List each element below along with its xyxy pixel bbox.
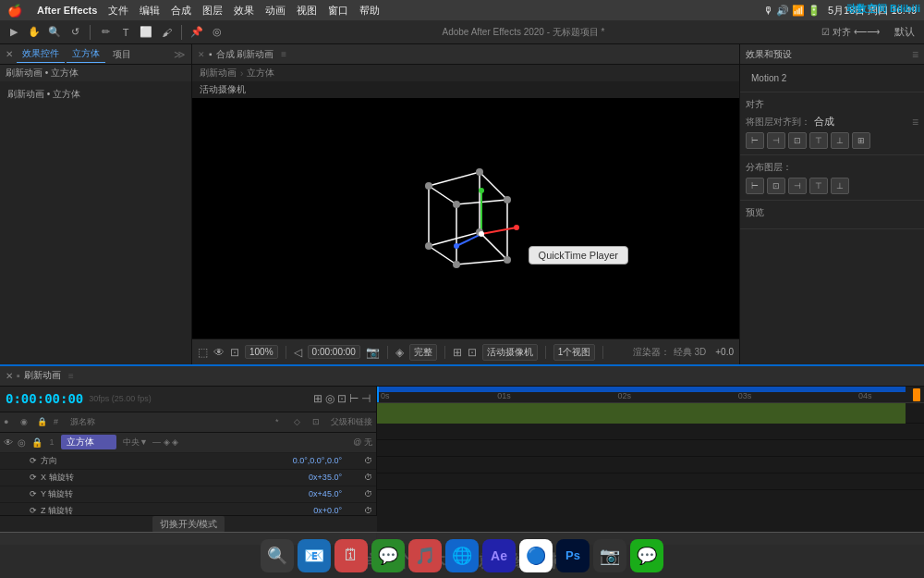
prop-stopwatch-yrot[interactable]: ⏱ — [364, 489, 372, 498]
align-right-btn[interactable]: ⊡ — [788, 132, 807, 149]
offset-control[interactable]: +0.0 — [715, 347, 734, 357]
viewer-ctrl-icon2[interactable]: 👁 — [213, 346, 225, 359]
dock-icon-ps[interactable]: Ps — [556, 539, 590, 572]
panel-menu-icon[interactable]: ≫ — [174, 48, 186, 61]
dock-icon-music[interactable]: 🎵 — [408, 539, 442, 572]
pen-tool[interactable]: ✏ — [97, 24, 114, 41]
layer-row-1[interactable]: 👁 ◎ 🔒 1 立方体 中央▼ — ◈ ◈ @ 无 — [0, 433, 376, 453]
zoom-control[interactable]: 100% — [245, 345, 278, 359]
timeline-close[interactable]: ✕ — [6, 371, 13, 381]
menu-window[interactable]: 窗口 — [328, 4, 348, 18]
zoom-tool[interactable]: 🔍 — [46, 24, 63, 41]
dock-icon-camera[interactable]: 📷 — [593, 539, 626, 572]
panel-close[interactable]: ✕ — [6, 49, 13, 59]
prop-value-zrot[interactable]: 0x+0.0° — [313, 506, 342, 515]
quality-control[interactable]: 完整 — [409, 344, 437, 361]
shape-tool[interactable]: ⬜ — [138, 24, 154, 41]
menu-effects[interactable]: 效果 — [234, 4, 254, 18]
dock-icon-wechat[interactable]: 💬 — [630, 539, 663, 572]
ctrl-camera-icon[interactable]: 📷 — [366, 346, 380, 359]
layer-solo[interactable]: ◎ — [18, 437, 29, 448]
select-tool[interactable]: ▶ — [6, 24, 22, 41]
prop-stopwatch-direction[interactable]: ⏱ — [364, 456, 372, 465]
align-top-btn[interactable]: ⊤ — [809, 132, 828, 149]
work-range-bar[interactable] — [377, 387, 906, 392]
right-panel-menu[interactable]: ≡ — [912, 48, 918, 61]
work-area-end[interactable] — [913, 388, 920, 401]
camera-select[interactable]: 活动摄像机 — [482, 344, 538, 361]
menu-layer[interactable]: 图层 — [202, 4, 223, 18]
tab-project[interactable]: 项目 — [107, 46, 137, 63]
dock-icon-chrome[interactable]: 🔵 — [519, 539, 553, 572]
dist-btn2[interactable]: ⊡ — [767, 178, 785, 194]
prop-value-yrot[interactable]: 0x+45.0° — [309, 489, 342, 498]
align-to-select[interactable]: 合成 — [814, 115, 908, 129]
tab-effects-controls[interactable]: 效果控件 — [17, 45, 65, 63]
effect-item-refresh[interactable]: 刷新动画 • 立方体 — [0, 85, 191, 104]
prop-value-xrot[interactable]: 0x+35.0° — [309, 473, 342, 482]
viewer-tab[interactable]: ▪ 合成 刷新动画 ≡ — [209, 48, 286, 61]
dist-btn3[interactable]: ⊣ — [788, 178, 807, 194]
align-left-btn[interactable]: ⊢ — [746, 132, 764, 149]
layer-track-bar[interactable] — [377, 403, 906, 424]
menu-view[interactable]: 视图 — [297, 4, 317, 18]
viewer-ctrl-icon1[interactable]: ⬚ — [198, 346, 208, 359]
timeline-menu[interactable]: ≡ — [68, 371, 74, 381]
tl-ctrl1[interactable]: ⊞ — [313, 392, 322, 405]
prop-name-xrot[interactable]: X 轴旋转 — [41, 472, 74, 484]
views-select[interactable]: 1个视图 — [553, 344, 596, 361]
menu-compose[interactable]: 合成 — [171, 4, 191, 18]
tl-ctrl4[interactable]: ⊢ — [349, 392, 359, 405]
dock-icon-mail[interactable]: 📧 — [298, 539, 331, 572]
align-settings-icon[interactable]: ≡ — [912, 116, 918, 129]
dock-icon-messages[interactable]: 💬 — [371, 539, 405, 572]
align-center-h-btn[interactable]: ⊣ — [767, 132, 785, 149]
playhead[interactable] — [377, 387, 379, 402]
tab-cube[interactable]: 立方体 — [67, 45, 105, 63]
align-bottom-btn[interactable]: ⊞ — [852, 132, 870, 149]
prop-stopwatch-xrot[interactable]: ⏱ — [364, 473, 372, 482]
menu-help[interactable]: 帮助 — [359, 4, 380, 18]
roto-tool[interactable]: ◎ — [209, 24, 225, 41]
menu-edit[interactable]: 编辑 — [140, 4, 160, 18]
layer-visibility[interactable]: 👁 — [4, 437, 15, 448]
layer-parent-none[interactable]: @ 无 — [353, 437, 372, 449]
pin-tool[interactable]: 📌 — [188, 24, 205, 41]
switch-mode-button[interactable]: 切换开关/模式 — [152, 516, 225, 533]
rotate-tool[interactable]: ↺ — [67, 24, 83, 41]
ctrl-icon5[interactable]: ◈ — [395, 346, 404, 359]
dist-btn4[interactable]: ⊤ — [809, 178, 828, 194]
tl-ctrl3[interactable]: ⊡ — [337, 392, 346, 405]
ctrl-icon6[interactable]: ⊞ — [453, 346, 462, 359]
prop-name-yrot[interactable]: Y 轴旋转 — [41, 488, 73, 500]
timecode-control[interactable]: 0:00:00:00 — [308, 345, 360, 359]
prop-stopwatch-zrot[interactable]: ⏱ — [364, 506, 372, 515]
timeline-timecode[interactable]: 0:00:00:00 — [6, 391, 83, 406]
hand-tool[interactable]: ✋ — [26, 24, 43, 41]
dock-icon-safari[interactable]: 🌐 — [445, 539, 479, 572]
timeline-tab-label[interactable]: 刷新动画 — [24, 369, 61, 382]
dock-icon-finder[interactable]: 🔍 — [261, 539, 294, 572]
apple-menu[interactable]: 🍎 — [7, 4, 22, 18]
brush-tool[interactable]: 🖌 — [158, 24, 175, 41]
ctrl-icon7[interactable]: ⊡ — [468, 346, 477, 359]
dock-icon-calendar[interactable]: 🗓 — [334, 539, 368, 572]
viewer-close[interactable]: ✕ — [198, 50, 205, 59]
align-center-v-btn[interactable]: ⊥ — [831, 132, 849, 149]
menu-file[interactable]: 文件 — [108, 4, 128, 18]
viewer-ctrl-icon3[interactable]: ⊡ — [230, 346, 239, 359]
dist-btn5[interactable]: ⊥ — [831, 178, 849, 194]
ctrl-icon4[interactable]: ◁ — [294, 346, 302, 359]
layer-lock[interactable]: 🔒 — [31, 437, 43, 448]
menu-animation[interactable]: 动画 — [265, 4, 286, 18]
prop-value-direction[interactable]: 0.0°,0.0°,0.0° — [293, 456, 342, 465]
dock-icon-ae[interactable]: Ae — [482, 539, 516, 572]
prop-name-direction[interactable]: 方向 — [41, 455, 57, 467]
text-tool[interactable]: T — [117, 24, 134, 41]
app-name[interactable]: After Effects — [37, 5, 97, 16]
tl-ctrl2[interactable]: ◎ — [325, 392, 334, 405]
layer-name[interactable]: 立方体 — [61, 435, 116, 449]
viewer-breadcrumb-item2: 立方体 — [247, 67, 274, 80]
dist-btn1[interactable]: ⊢ — [746, 178, 764, 194]
tl-ctrl5[interactable]: ⊣ — [361, 392, 371, 405]
